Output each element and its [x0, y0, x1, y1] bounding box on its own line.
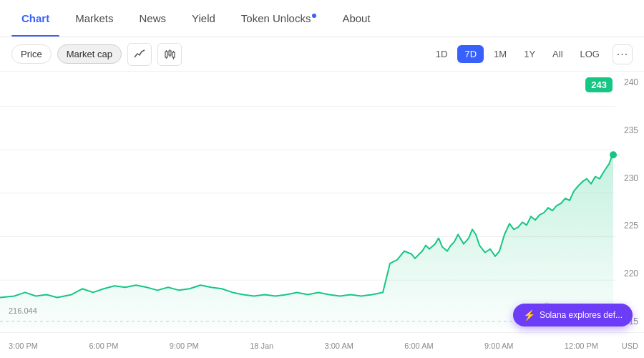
token-unlocks-dot: [312, 14, 316, 18]
timeframe-7d[interactable]: 7D: [457, 45, 484, 63]
toolbar: Price Market cap 1D 7D 1M 1Y All LOG ···: [0, 37, 644, 72]
x-axis: 3:00 PM 6:00 PM 9:00 PM 18 Jan 3:00 AM 6…: [0, 332, 644, 358]
more-options-button[interactable]: ···: [613, 44, 633, 64]
x-label-2: 9:00 PM: [170, 342, 199, 350]
x-label-7: 12:00 PM: [565, 342, 598, 350]
x-label-0: 3:00 PM: [9, 342, 38, 350]
tab-chart[interactable]: Chart: [11, 6, 59, 30]
svg-rect-0: [165, 52, 167, 57]
usd-label: USD: [622, 342, 638, 350]
timeframe-1d[interactable]: 1D: [429, 45, 455, 63]
svg-rect-1: [169, 51, 171, 55]
timeframe-log[interactable]: LOG: [573, 45, 607, 63]
tab-token-unlocks[interactable]: Token Unlocks: [231, 6, 327, 30]
nav-tabs: Chart Markets News Yield Token Unlocks A…: [0, 0, 644, 37]
toast-text: Solana explores def...: [540, 310, 623, 320]
tab-about[interactable]: About: [332, 6, 380, 30]
price-pill[interactable]: Price: [11, 44, 52, 64]
toast-icon: ⚡: [523, 309, 535, 321]
candle-chart-icon: [164, 49, 175, 60]
toast-notification[interactable]: ⚡ Solana explores def...: [513, 304, 633, 326]
tab-yield[interactable]: Yield: [182, 6, 225, 30]
market-cap-pill[interactable]: Market cap: [57, 44, 122, 64]
timeframe-all[interactable]: All: [545, 45, 570, 63]
x-label-1: 6:00 PM: [89, 342, 118, 350]
x-label-5: 6:00 AM: [404, 342, 433, 350]
x-label-3: 18 Jan: [250, 342, 273, 350]
timeframe-1m[interactable]: 1M: [487, 45, 514, 63]
x-label-6: 9:00 AM: [484, 342, 513, 350]
x-label-4: 3:00 AM: [325, 342, 353, 350]
timeframe-group: 1D 7D 1M 1Y All LOG: [429, 45, 607, 63]
x-labels-container: 3:00 PM 6:00 PM 9:00 PM 18 Jan 3:00 AM 6…: [9, 342, 598, 350]
line-chart-icon-btn[interactable]: [127, 43, 152, 66]
current-price-badge: 243: [585, 77, 613, 92]
line-chart-icon: [134, 49, 145, 60]
price-chart-svg: [0, 72, 644, 332]
timeframe-1y[interactable]: 1Y: [517, 45, 542, 63]
chart-area: 240 235 230 225 220 215 243 216.044 ₿ Co…: [0, 72, 644, 332]
svg-rect-2: [172, 52, 175, 57]
candle-chart-icon-btn[interactable]: [157, 43, 182, 66]
chart-start-value: 216.044: [9, 306, 37, 315]
tab-markets[interactable]: Markets: [65, 6, 123, 30]
chart-endpoint-dot: [610, 151, 617, 158]
tab-news[interactable]: News: [130, 6, 177, 30]
